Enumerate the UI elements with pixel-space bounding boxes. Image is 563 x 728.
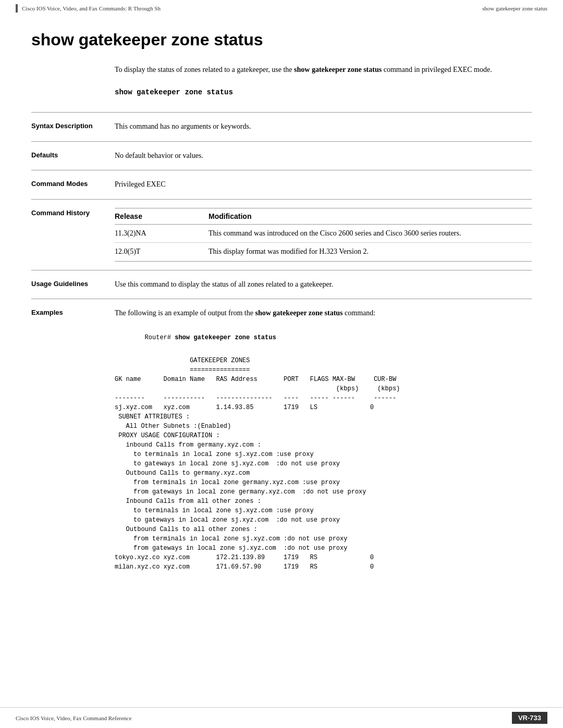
table-row: 12.0(5)TThis display format was modified…: [115, 243, 532, 261]
footer-right-text: VR-733: [512, 712, 547, 724]
modification-cell: This command was introduced on the Cisco…: [209, 224, 532, 242]
usage-guidelines-row: Usage Guidelines Use this command to dis…: [31, 270, 532, 299]
syntax-description-label: Syntax Description: [31, 121, 115, 132]
command-history-table: Release Modification 11.3(2)NAThis comma…: [115, 208, 532, 262]
router-cmd: show gatekeeper zone status: [175, 334, 276, 341]
syntax-description-content: This command has no arguments or keyword…: [115, 121, 532, 132]
command-history-label: Command History: [31, 208, 115, 262]
header-left-text: Cisco IOS Voice, Video, and Fax Commands…: [22, 5, 161, 11]
footer-left-text: Cisco IOS Voice, Video, Fax Command Refe…: [16, 715, 131, 721]
release-cell: 12.0(5)T: [115, 243, 209, 261]
intro-bold: show gatekeeper zone status: [294, 66, 382, 73]
bar-indicator: [16, 4, 18, 13]
router-prompt: Router#: [145, 334, 175, 341]
table-header-release: Release: [115, 208, 209, 224]
intro-text-2: command in privileged EXEC mode.: [382, 66, 492, 73]
command-modes-content: Privileged EXEC: [115, 179, 532, 190]
usage-guidelines-content: Use this command to display the status o…: [115, 279, 532, 290]
intro-text-1: To display the status of zones related t…: [115, 66, 294, 73]
command-syntax-box: show gatekeeper zone status: [115, 88, 532, 96]
intro-section: To display the status of zones related t…: [115, 64, 532, 76]
page-content: show gatekeeper zone status To display t…: [0, 15, 563, 611]
examples-intro-text-1: The following is an example of output fr…: [115, 309, 255, 317]
defaults-row: Defaults No default behavior or values.: [31, 141, 532, 170]
bottom-bar: Cisco IOS Voice, Video, Fax Command Refe…: [0, 707, 563, 728]
command-modes-row: Command Modes Privileged EXEC: [31, 170, 532, 199]
examples-code-router-line: Router# show gatekeeper zone status: [115, 324, 532, 352]
table-header-modification: Modification: [209, 208, 532, 224]
top-bar-left: Cisco IOS Voice, Video, and Fax Commands…: [16, 4, 161, 13]
examples-row: Examples The following is an example of …: [31, 299, 532, 579]
examples-intro-text-2: command:: [343, 309, 376, 317]
header-right-text: show gatekeeper zone status: [482, 5, 547, 11]
usage-guidelines-label: Usage Guidelines: [31, 279, 115, 290]
examples-content: The following is an example of output fr…: [115, 307, 532, 571]
examples-code-output: GATEKEEPER ZONES ================ GK nam…: [115, 356, 532, 572]
examples-intro-bold: show gatekeeper zone status: [255, 309, 342, 317]
command-modes-label: Command Modes: [31, 179, 115, 190]
defaults-label: Defaults: [31, 150, 115, 162]
examples-intro: The following is an example of output fr…: [115, 307, 532, 319]
defaults-content: No default behavior or values.: [115, 150, 532, 162]
table-row: 11.3(2)NAThis command was introduced on …: [115, 224, 532, 242]
command-history-content: Release Modification 11.3(2)NAThis comma…: [115, 208, 532, 262]
command-syntax-text: show gatekeeper zone status: [115, 88, 233, 96]
page-title: show gatekeeper zone status: [31, 30, 532, 50]
release-cell: 11.3(2)NA: [115, 224, 209, 242]
command-history-row: Command History Release Modification 11.…: [31, 199, 532, 270]
examples-label: Examples: [31, 307, 115, 571]
modification-cell: This display format was modified for H.3…: [209, 243, 532, 261]
syntax-description-row: Syntax Description This command has no a…: [31, 112, 532, 141]
top-bar: Cisco IOS Voice, Video, and Fax Commands…: [0, 0, 563, 15]
